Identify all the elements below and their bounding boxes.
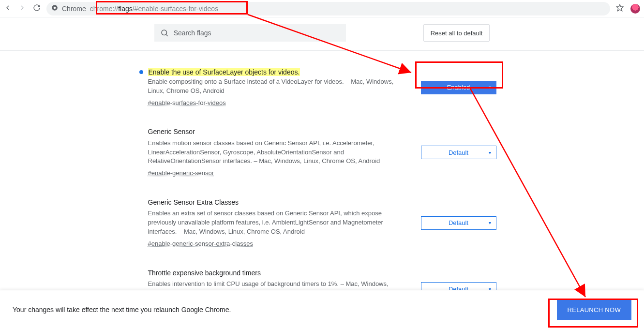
svg-line-4 [166,34,167,36]
omnibox[interactable]: Chrome chrome://flags/#enable-surfaces-f… [46,2,610,15]
search-placeholder: Search flags [174,29,211,37]
reset-button[interactable]: Reset all to default [423,24,490,42]
flag-item: Enable the use of SurfaceLayer objects f… [148,60,496,120]
site-icon [51,4,58,13]
flag-item: Generic Sensor Extra ClassesEnables an e… [148,191,496,261]
flag-anchor-link[interactable]: #enable-generic-sensor [148,169,214,178]
forward-icon[interactable] [18,4,26,13]
svg-marker-2 [616,4,623,11]
flag-description: Enables intervention to limit CPU usage … [148,280,402,290]
flag-text: Enable the use of SurfaceLayer objects f… [148,67,402,107]
flag-select-wrap: Default [421,146,496,159]
star-icon[interactable] [616,4,624,13]
modified-dot [139,70,143,74]
flag-select[interactable]: Default [421,216,496,230]
flags-page: Search flags Reset all to default Enable… [0,17,644,290]
back-icon[interactable] [4,4,12,13]
svg-point-3 [162,30,167,35]
nav-icons [4,4,41,13]
top-row: Search flags Reset all to default [0,17,644,51]
url-text: chrome://flags/#enable-surfaces-for-vide… [90,5,218,13]
site-label: Chrome [62,5,86,13]
search-input[interactable]: Search flags [154,24,346,42]
flags-list: Enable the use of SurfaceLayer objects f… [148,51,496,290]
flag-description: Enable compositing onto a Surface instea… [148,77,402,96]
search-icon [160,29,169,37]
flag-description: Enables an extra set of sensor classes b… [148,209,402,237]
browser-toolbar: Chrome chrome://flags/#enable-surfaces-f… [0,0,644,17]
flag-select[interactable]: Default [421,282,496,290]
footer-bar: Your changes will take effect the next t… [0,290,644,329]
avatar[interactable] [630,4,640,14]
right-icons [616,4,640,14]
flag-text: Generic SensorEnables motion sensor clas… [148,127,402,178]
footer-message: Your changes will take effect the next t… [13,306,231,314]
flag-title: Generic Sensor Extra Classes [148,197,402,207]
flag-item: Generic SensorEnables motion sensor clas… [148,120,496,191]
flag-select-wrap: Default [421,282,496,290]
reload-icon[interactable] [33,4,41,13]
flag-select-wrap: Default [421,216,496,230]
flag-title: Generic Sensor [148,127,402,136]
flag-item: Throttle expensive background timersEnab… [148,261,496,290]
flag-anchor-link[interactable]: #enable-surfaces-for-videos [148,99,226,108]
flag-select[interactable]: Enabled [421,81,496,94]
svg-point-1 [54,7,56,9]
flag-anchor-link[interactable]: #enable-generic-sensor-extra-classes [148,239,254,249]
flag-description: Enables motion sensor classes based on G… [148,139,402,166]
flag-select[interactable]: Default [421,146,496,159]
flag-title: Enable the use of SurfaceLayer objects f… [148,67,402,77]
flag-title: Throttle expensive background timers [148,268,402,278]
flag-text: Throttle expensive background timersEnab… [148,268,402,290]
flag-text: Generic Sensor Extra ClassesEnables an e… [148,197,402,249]
flag-select-wrap: Enabled [421,81,496,94]
relaunch-button[interactable]: RELAUNCH NOW [557,299,632,320]
